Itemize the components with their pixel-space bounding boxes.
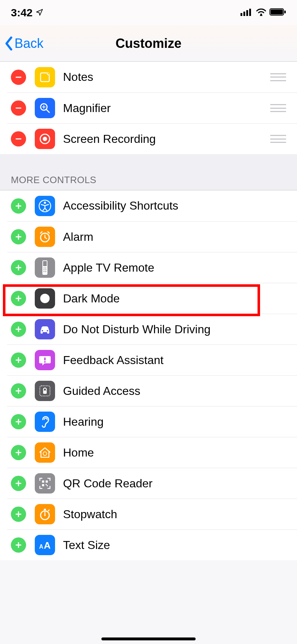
drag-handle-icon[interactable] (270, 135, 286, 143)
add-button[interactable] (11, 291, 26, 306)
svg-rect-58 (46, 480, 48, 483)
home-indicator[interactable] (101, 637, 196, 640)
svg-point-54 (43, 452, 47, 455)
back-button[interactable]: Back (4, 25, 43, 61)
included-row-notes[interactable]: Notes (0, 62, 297, 92)
battery-icon (269, 8, 286, 17)
add-button[interactable] (11, 537, 26, 553)
svg-rect-57 (42, 480, 44, 483)
add-button[interactable] (11, 414, 26, 429)
add-button[interactable] (11, 445, 26, 460)
chevron-left-icon (4, 36, 14, 51)
svg-rect-43 (16, 360, 21, 361)
plus-icon (15, 295, 22, 302)
alarm-icon (35, 227, 55, 247)
svg-point-29 (43, 268, 45, 269)
svg-rect-44 (44, 358, 46, 360)
remove-button[interactable] (11, 70, 26, 85)
svg-line-12 (46, 110, 49, 112)
more-controls-list: Accessibility Shortcuts Alarm Apple TV R… (0, 190, 297, 560)
cellular-icon (240, 8, 253, 17)
add-button[interactable] (11, 322, 26, 337)
svg-point-32 (45, 269, 46, 271)
more-row-guided-access[interactable]: Guided Access (7, 375, 297, 406)
more-row-hearing[interactable]: Hearing (7, 406, 297, 437)
svg-rect-36 (16, 298, 21, 299)
drag-handle-icon[interactable] (270, 104, 286, 112)
drag-handle-icon[interactable] (270, 73, 286, 81)
minus-icon (15, 74, 22, 81)
svg-point-37 (40, 294, 50, 303)
add-button[interactable] (11, 383, 26, 399)
more-row-dnd-driving[interactable]: Do Not Disturb While Driving (7, 314, 297, 344)
svg-rect-56 (16, 483, 21, 484)
svg-rect-49 (43, 391, 47, 394)
svg-point-31 (43, 269, 45, 271)
home-icon (35, 442, 55, 463)
remove-button[interactable] (11, 100, 26, 116)
svg-point-34 (45, 271, 46, 272)
row-label: Hearing (63, 415, 286, 429)
svg-rect-3 (249, 9, 251, 16)
remove-button[interactable] (11, 131, 26, 146)
more-row-stopwatch[interactable]: Stopwatch (7, 499, 297, 529)
row-label: Stopwatch (63, 508, 286, 521)
row-label: Magnifier (63, 102, 270, 115)
row-label: Guided Access (63, 384, 286, 398)
svg-rect-6 (271, 9, 283, 15)
more-row-apple-tv-remote[interactable]: Apple TV Remote (7, 252, 297, 283)
svg-rect-7 (284, 11, 286, 13)
page-title: Customize (116, 36, 181, 51)
row-label: Dark Mode (63, 292, 286, 305)
qr-code-reader-icon (35, 473, 55, 494)
included-row-magnifier[interactable]: Magnifier (7, 92, 297, 123)
dark-mode-icon (35, 288, 55, 309)
svg-rect-1 (243, 12, 245, 16)
svg-rect-61 (47, 485, 48, 486)
row-label: Notes (63, 70, 270, 84)
row-label: Apple TV Remote (63, 261, 286, 274)
plus-icon (15, 326, 22, 333)
more-row-alarm[interactable]: Alarm (7, 221, 297, 252)
hearing-icon (35, 412, 55, 432)
more-row-feedback-assistant[interactable]: Feedback Assistant (7, 344, 297, 375)
plus-icon (15, 449, 22, 456)
minus-icon (15, 135, 22, 143)
add-button[interactable] (11, 352, 26, 368)
more-row-dark-mode[interactable]: Dark Mode (7, 283, 297, 314)
svg-rect-10 (16, 108, 21, 109)
more-row-text-size[interactable]: AA Text Size (7, 529, 297, 560)
text-size-icon: AA (35, 535, 55, 555)
add-button[interactable] (11, 260, 26, 275)
svg-line-67 (48, 510, 49, 511)
row-label: Accessibility Shortcuts (63, 199, 286, 212)
feedback-assistant-icon (35, 350, 55, 370)
svg-point-41 (47, 330, 48, 331)
more-row-accessibility-shortcuts[interactable]: Accessibility Shortcuts (0, 190, 297, 221)
svg-rect-39 (16, 329, 21, 330)
svg-point-30 (45, 268, 46, 269)
plus-icon (15, 511, 22, 518)
add-button[interactable] (11, 507, 26, 522)
add-button[interactable] (11, 198, 26, 214)
add-button[interactable] (11, 229, 26, 244)
svg-rect-59 (42, 484, 44, 486)
row-label: Screen Recording (63, 132, 270, 146)
svg-rect-23 (16, 236, 21, 238)
location-icon (35, 7, 43, 19)
svg-rect-45 (44, 361, 46, 363)
svg-rect-47 (16, 391, 21, 392)
nav-bar: Back Customize (0, 25, 297, 62)
svg-point-17 (43, 137, 47, 141)
apple-tv-remote-icon (35, 257, 55, 278)
wifi-icon (256, 8, 267, 17)
included-row-screen-recording[interactable]: Screen Recording (7, 123, 297, 154)
row-label: Do Not Disturb While Driving (63, 323, 286, 336)
accessibility-icon (35, 196, 55, 216)
plus-icon (15, 233, 22, 240)
plus-icon (15, 356, 22, 364)
svg-text:A: A (44, 540, 51, 551)
more-row-qr-code-reader[interactable]: QR Code Reader (7, 468, 297, 499)
add-button[interactable] (11, 476, 26, 491)
more-row-home[interactable]: Home (7, 437, 297, 468)
